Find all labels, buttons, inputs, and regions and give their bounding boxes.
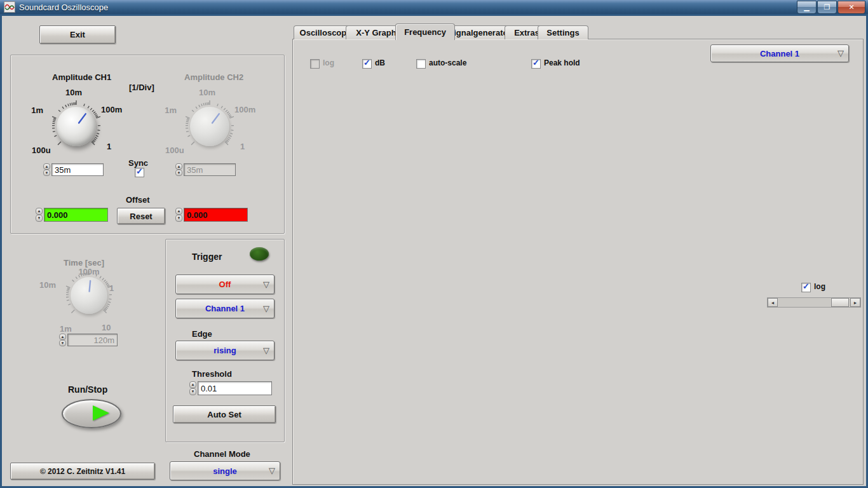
threshold-spinner[interactable]: ▲▼ 0.01 xyxy=(189,381,272,395)
amplitude-ch2-label: Amplitude CH2 xyxy=(184,72,243,82)
spin-buttons[interactable]: ▲▼ xyxy=(175,208,182,222)
knob-scale-label: 100u xyxy=(32,146,51,155)
chevron-down-icon: ▽ xyxy=(837,48,844,58)
runstop-label: Run/Stop xyxy=(68,384,107,395)
scroll-right-button[interactable]: ► xyxy=(850,298,860,307)
checkbox-label: dB xyxy=(375,58,385,67)
chevron-down-icon: ▽ xyxy=(263,345,269,355)
knob-needle xyxy=(212,114,219,123)
spin-buttons[interactable]: ▲▼ xyxy=(59,334,66,346)
amplitude-ch2-value[interactable]: ▲▼ 35m xyxy=(175,163,236,176)
knob-scale-label: 1m xyxy=(60,324,72,334)
window-title: Soundcard Oszilloscope xyxy=(19,3,108,12)
threshold-label: Threshold xyxy=(192,369,232,379)
edge-label: Edge xyxy=(192,329,212,339)
knob-scale-label: 1m xyxy=(18,105,43,115)
offset-ch2-field[interactable]: 0.000 xyxy=(184,208,248,222)
x-log-checkbox[interactable]: ✓log xyxy=(801,283,825,292)
knob-scale-label: 1 xyxy=(240,142,245,151)
channel-mode-label: Channel Mode xyxy=(194,449,250,459)
chevron-down-icon: ▽ xyxy=(263,279,269,288)
checkbox-label: Peak hold xyxy=(544,58,580,67)
offset-reset-button[interactable]: Reset xyxy=(117,208,165,224)
knob-scale-label: 1 xyxy=(109,283,114,293)
checkbox-log: ✓log xyxy=(310,59,334,69)
offset-ch2[interactable]: ▲▼ 0.000 xyxy=(175,208,248,222)
x-log-label: log xyxy=(814,282,825,291)
tab-panel xyxy=(292,39,864,485)
scroll-thumb[interactable] xyxy=(831,298,849,307)
checkbox-auto-scale[interactable]: ✓auto-scale xyxy=(416,59,466,69)
close-button[interactable]: ✕ xyxy=(837,1,865,14)
play-icon xyxy=(93,405,109,421)
spin-buttons[interactable]: ▲▼ xyxy=(175,163,182,176)
trigger-title: Trigger xyxy=(192,252,222,262)
scroll-left-button[interactable]: ◄ xyxy=(768,298,778,307)
knob-needle xyxy=(90,281,91,292)
time-label: Time [sec] xyxy=(64,258,104,268)
amplitude-ch1-label: Amplitude CH1 xyxy=(52,72,111,82)
offset-ch1-field[interactable]: 0.000 xyxy=(44,208,108,222)
offset-label: Offset xyxy=(126,195,150,205)
trigger-source-value: Channel 1 xyxy=(205,304,245,313)
chevron-down-icon: ▽ xyxy=(269,466,275,475)
knob-scale-label: 10m xyxy=(193,88,221,97)
trigger-edge-value: rising xyxy=(214,346,236,355)
amplitude-ch1-field[interactable]: 35m xyxy=(51,163,104,176)
chevron-down-icon: ▽ xyxy=(263,303,269,313)
sync-checkbox[interactable]: ✓ xyxy=(135,168,144,177)
knob-scale-label: 1 xyxy=(107,142,111,151)
amplitude-ch2-knob[interactable]: 10m 100m 1m 1 100u xyxy=(151,87,272,160)
restore-button[interactable]: ❐ xyxy=(817,1,837,14)
time-field: 120m xyxy=(67,334,118,346)
knob-scale-label: 100u xyxy=(165,146,184,155)
version-button[interactable]: © 2012 C. Zeitnitz V1.41 xyxy=(10,463,155,480)
amplitude-ch2-field: 35m xyxy=(184,163,236,176)
checkbox-db[interactable]: ✓dB xyxy=(362,59,385,69)
knob-scale-label: 1m xyxy=(151,105,177,115)
trigger-mode-dropdown[interactable]: Off▽ xyxy=(175,274,275,294)
trigger-edge-dropdown[interactable]: rising▽ xyxy=(175,341,275,360)
tab-frequency[interactable]: Frequency xyxy=(395,24,455,40)
spin-buttons[interactable]: ▲▼ xyxy=(189,381,196,395)
knob-scale-label: 10m xyxy=(34,280,56,290)
scroll-track[interactable] xyxy=(778,298,850,307)
graph-scrollbar[interactable]: ◄ ► xyxy=(767,297,861,308)
time-value[interactable]: ▲▼ 120m xyxy=(59,334,118,346)
title-bar: Soundcard Oszilloscope ▁ ❐ ✕ xyxy=(0,0,868,14)
offset-ch1[interactable]: ▲▼ 0.000 xyxy=(36,208,108,222)
amplitude-ch1-value[interactable]: ▲▼ 35m xyxy=(43,163,104,176)
spin-buttons[interactable]: ▲▼ xyxy=(43,163,50,176)
knob-scale-label: 100m xyxy=(101,105,122,114)
checkbox-peak-hold[interactable]: ✓Peak hold xyxy=(531,59,580,69)
threshold-field[interactable]: 0.01 xyxy=(198,381,272,395)
tab-settings[interactable]: Settings xyxy=(538,25,588,39)
minimize-button[interactable]: ▁ xyxy=(797,1,817,14)
amplitude-ch1-knob[interactable]: 10m 100m 1m 1 100u xyxy=(18,87,139,160)
checkbox-label: log xyxy=(323,58,334,67)
trigger-mode-value: Off xyxy=(219,280,231,289)
knob-scale-label: 100m xyxy=(70,267,108,276)
trigger-led xyxy=(250,247,269,261)
spin-buttons[interactable]: ▲▼ xyxy=(36,208,43,222)
channel-select-dropdown[interactable]: Channel 1▽ xyxy=(710,44,849,62)
knob-scale-label: 10 xyxy=(102,323,111,332)
knob-scale-label: 10m xyxy=(60,88,88,97)
runstop-button[interactable] xyxy=(62,399,121,428)
knob-ticks xyxy=(33,267,147,337)
channel-select-value: Channel 1 xyxy=(760,49,799,58)
time-knob[interactable]: 100m 1 10m 10 1m xyxy=(33,267,147,337)
trigger-source-dropdown[interactable]: Channel 1▽ xyxy=(175,299,275,318)
exit-button[interactable]: Exit xyxy=(39,25,116,44)
autoset-button[interactable]: Auto Set xyxy=(173,405,276,423)
channel-mode-value: single xyxy=(213,466,237,476)
knob-scale-label: 100m xyxy=(234,105,255,114)
app-icon xyxy=(4,1,15,13)
knob-needle xyxy=(79,114,86,123)
channel-mode-dropdown[interactable]: single▽ xyxy=(170,461,280,480)
checkbox-label: auto-scale xyxy=(429,58,466,67)
